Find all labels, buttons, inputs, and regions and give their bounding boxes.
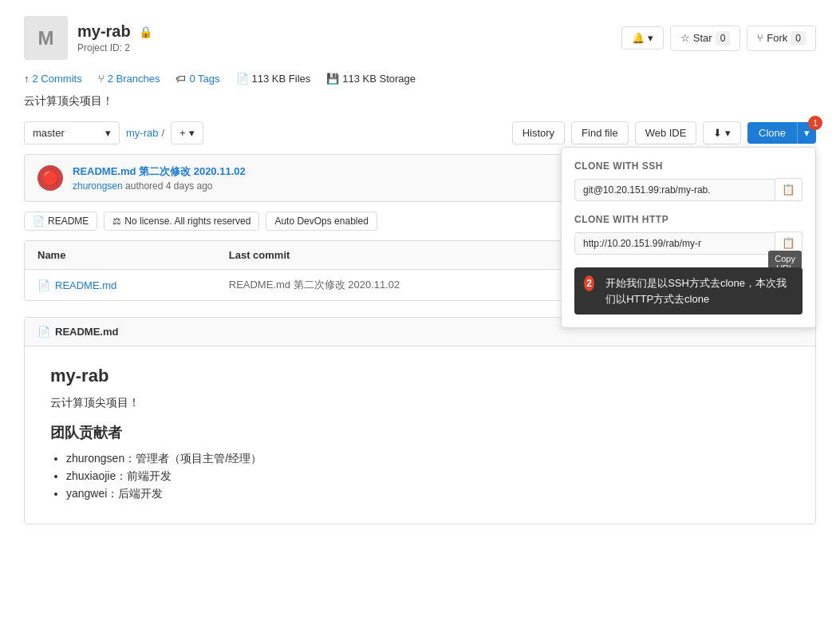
readme-title: my-rab	[50, 366, 790, 386]
web-ide-button[interactable]: Web IDE	[635, 121, 697, 144]
storage-icon: 💾	[326, 73, 339, 85]
files-stat: 113 KB Files	[252, 73, 311, 85]
repo-name: my-rab	[77, 22, 131, 41]
clone-badge: 1	[808, 116, 822, 130]
add-dropdown-icon: ▾	[189, 127, 195, 139]
copy-icon: 📋	[782, 184, 795, 196]
fork-count: 0	[791, 31, 806, 46]
file-icon: 📄	[37, 279, 50, 291]
commit-avatar: 🔴	[37, 165, 63, 191]
branches-icon: ⑂	[98, 73, 105, 85]
copy-icon-2: 📋	[782, 237, 795, 249]
history-button[interactable]: History	[512, 121, 565, 144]
clone-dropdown: Clone with SSH 📋 Clone with HTTP 📋 Copy …	[561, 147, 816, 328]
list-item: yangwei：后端开发	[66, 487, 790, 501]
ssh-copy-button[interactable]: 📋	[775, 178, 803, 201]
list-item: zhuxiaojie：前端开发	[66, 469, 790, 484]
file-name-cell[interactable]: 📄 README.md	[37, 279, 229, 291]
http-clone-title: Clone with HTTP	[574, 214, 803, 225]
star-count: 0	[716, 31, 731, 46]
tooltip-area: 2 开始我们是以SSH方式去clone，本次我们以HTTP方式去clone	[574, 267, 803, 315]
tags-link[interactable]: 0 Tags	[189, 73, 219, 85]
readme-team-heading: 团队贡献者	[50, 423, 790, 442]
col-commit: Last commit	[229, 249, 612, 261]
notification-button[interactable]: 🔔 ▾	[621, 26, 664, 49]
contributors-list: zhurongsen：管理者（项目主管/经理） zhuxiaojie：前端开发 …	[50, 452, 790, 501]
readme-file-icon: 📄	[37, 326, 50, 338]
http-copy-button[interactable]: 📋 Copy URL	[775, 231, 803, 255]
commits-link[interactable]: 2 Commits	[33, 73, 82, 85]
toolbar: master ▾ my-rab / + ▾ History Find file …	[24, 121, 816, 144]
add-button[interactable]: + ▾	[171, 121, 203, 144]
license-button[interactable]: ⚖ No license. All rights reserved	[104, 212, 259, 231]
clone-main-button[interactable]: Clone	[747, 122, 797, 144]
fork-icon: ⑂	[757, 32, 763, 44]
readme-content: my-rab 云计算顶尖项目！ 团队贡献者 zhurongsen：管理者（项目主…	[25, 346, 815, 524]
bell-icon: 🔔	[632, 32, 645, 44]
branches-link[interactable]: 2 Branches	[108, 73, 160, 85]
ssh-clone-title: Clone with SSH	[574, 160, 803, 172]
license-icon: ⚖	[112, 216, 121, 227]
tooltip-badge: 2	[584, 275, 594, 291]
branch-selector[interactable]: master ▾	[24, 121, 120, 144]
commits-icon: ↑	[24, 73, 30, 85]
col-name: Name	[37, 249, 229, 261]
fork-button[interactable]: ⑂ Fork 0	[747, 26, 816, 51]
header-actions: 🔔 ▾ ☆ Star 0 ⑂ Fork 0	[621, 26, 816, 51]
lock-icon: 🔒	[139, 26, 152, 38]
http-clone-row: 📋 Copy URL	[574, 231, 803, 255]
devops-button[interactable]: Auto DevOps enabled	[266, 212, 377, 231]
find-file-button[interactable]: Find file	[571, 121, 629, 144]
star-button[interactable]: ☆ Star 0	[670, 26, 741, 51]
star-icon: ☆	[680, 32, 690, 44]
breadcrumb-repo[interactable]: my-rab	[126, 127, 158, 139]
notification-dropdown-icon: ▾	[648, 32, 653, 44]
breadcrumb-separator: /	[161, 127, 164, 139]
readme-description: 云计算顶尖项目！	[50, 396, 790, 410]
download-button[interactable]: ⬇ ▾	[703, 121, 741, 144]
tags-icon: 🏷	[175, 73, 186, 85]
breadcrumb: my-rab /	[126, 127, 164, 139]
clone-button-container: Clone ▾ 1 Clone with SSH 📋 Clone with HT…	[747, 122, 816, 144]
readme-box: 📄 README.md my-rab 云计算顶尖项目！ 团队贡献者 zhuron…	[24, 317, 816, 524]
download-icon: ⬇	[713, 127, 722, 139]
readme-filename: README.md	[55, 326, 118, 338]
readme-button[interactable]: 📄 README	[24, 212, 97, 231]
tooltip-text: 开始我们是以SSH方式去clone，本次我们以HTTP方式去clone	[605, 275, 793, 307]
ssh-url-input[interactable]	[574, 179, 775, 201]
http-url-input[interactable]	[574, 232, 775, 255]
stats-bar: ↑ 2 Commits ⑂ 2 Branches 🏷 0 Tags 📄 113 …	[24, 73, 816, 85]
storage-stat: 113 KB Storage	[342, 73, 416, 85]
file-commit-cell[interactable]: README.md 第二次修改 2020.11.02	[229, 278, 612, 292]
toolbar-right: History Find file Web IDE ⬇ ▾ Clone ▾ 1 …	[512, 121, 816, 144]
repo-description: 云计算顶尖项目！	[24, 94, 816, 109]
ssh-clone-row: 📋	[574, 178, 803, 201]
list-item: zhurongsen：管理者（项目主管/经理）	[66, 452, 790, 466]
branch-dropdown-icon: ▾	[105, 127, 111, 139]
files-icon: 📄	[236, 73, 249, 85]
download-caret: ▾	[725, 127, 731, 139]
branch-name: master	[33, 127, 65, 139]
readme-icon: 📄	[33, 216, 45, 227]
repo-avatar: M	[24, 16, 68, 60]
project-id: Project ID: 2	[77, 42, 152, 53]
clone-button-group: Clone ▾ 1	[747, 122, 816, 144]
